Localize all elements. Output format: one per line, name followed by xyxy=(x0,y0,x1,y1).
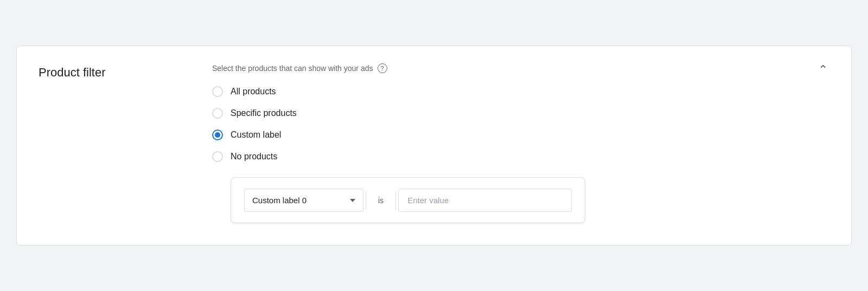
collapse-button[interactable]: ⌃ xyxy=(814,61,832,79)
radio-label-specific-products: Specific products xyxy=(231,108,297,118)
radio-button-all-products[interactable] xyxy=(212,86,223,97)
select-text: Custom label 0 xyxy=(252,196,307,205)
radio-inner-dot xyxy=(215,132,220,138)
custom-label-select[interactable]: Custom label 0 xyxy=(244,189,363,212)
is-separator-text: is xyxy=(368,196,393,205)
radio-item-all-products[interactable]: All products xyxy=(212,86,829,97)
radio-label-custom-label: Custom label xyxy=(231,130,281,140)
radio-group: All products Specific products Custom la… xyxy=(212,86,829,162)
description-text: Select the products that can show with y… xyxy=(212,64,373,73)
value-input[interactable] xyxy=(398,189,572,212)
vertical-divider xyxy=(366,192,366,209)
help-icon[interactable]: ? xyxy=(378,63,387,73)
custom-label-filter: Custom label 0 is xyxy=(231,177,585,223)
section-content: Select the products that can show with y… xyxy=(212,63,829,223)
radio-button-custom-label[interactable] xyxy=(212,130,223,140)
section-title: Product filter xyxy=(39,63,190,80)
radio-label-no-products: No products xyxy=(231,152,277,161)
radio-item-no-products[interactable]: No products xyxy=(212,151,829,162)
vertical-divider-2 xyxy=(395,192,396,209)
radio-item-custom-label[interactable]: Custom label xyxy=(212,130,829,140)
radio-item-specific-products[interactable]: Specific products xyxy=(212,108,829,119)
radio-button-specific-products[interactable] xyxy=(212,108,223,119)
description-row: Select the products that can show with y… xyxy=(212,63,829,73)
radio-button-no-products[interactable] xyxy=(212,151,223,162)
radio-label-all-products: All products xyxy=(231,87,276,96)
product-filter-card: Product filter Select the products that … xyxy=(16,46,852,245)
chevron-up-icon: ⌃ xyxy=(818,64,828,76)
chevron-down-icon xyxy=(350,199,355,202)
